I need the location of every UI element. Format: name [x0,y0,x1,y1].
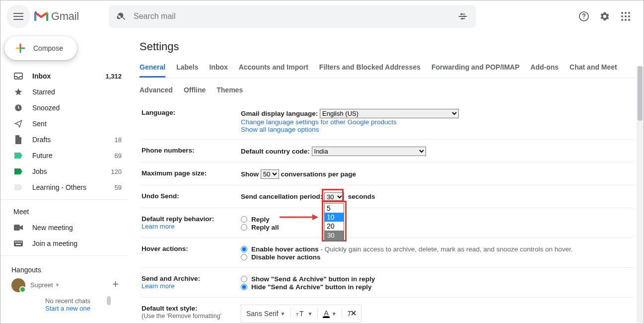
enable-hover-radio[interactable] [241,246,247,252]
svg-point-9 [625,15,627,17]
reply-learn-more-link[interactable]: Learn more [142,223,174,230]
file-icon [13,135,23,144]
hangouts-user-name[interactable]: Supreet [30,281,53,289]
sidebar-item-label: Inbox [32,72,105,80]
no-recent-chats-text: No recent chats [45,297,111,305]
tab-filters-and-blocked-addresses[interactable]: Filters and Blocked Addresses [319,58,421,78]
page-size-select[interactable]: 50 [261,169,279,179]
meet-item-join-a-meeting[interactable]: Join a meeting [0,236,128,251]
svg-point-12 [625,19,627,21]
change-language-link[interactable]: Change language settings for other Googl… [241,118,397,126]
tab-chat-and-meet[interactable]: Chat and Meet [570,58,617,78]
svg-rect-19 [16,242,17,243]
sidebar-item-count: 120 [111,168,122,175]
undo-option-5[interactable]: 5 [325,204,344,213]
sidebar-item-starred[interactable]: Starred [0,84,128,100]
display-language-select[interactable]: English (US) [320,109,459,118]
undo-option-20[interactable]: 20 [325,222,344,231]
reply-all-radio[interactable] [241,224,247,231]
tab-inbox[interactable]: Inbox [210,58,228,78]
svg-rect-14 [14,73,22,79]
show-send-archive-radio[interactable] [241,276,247,282]
sidebar-item-drafts[interactable]: Drafts18 [0,132,128,148]
tab-offline[interactable]: Offline [184,81,206,99]
sidebar-item-inbox[interactable]: Inbox1,312 [0,68,128,84]
tab-accounts-and-import[interactable]: Accounts and Import [239,58,308,78]
main-menu-button[interactable] [6,4,30,28]
svg-rect-16 [14,225,20,231]
gear-icon [599,11,610,22]
svg-text:T: T [299,310,304,318]
tab-themes[interactable]: Themes [216,81,243,99]
apps-button[interactable] [620,10,632,22]
content-scrollbar-track[interactable] [637,66,644,324]
help-button[interactable] [578,10,590,22]
svg-point-6 [625,12,627,14]
settings-button[interactable] [599,10,611,22]
hide-send-archive-radio[interactable] [241,284,247,290]
chevron-down-icon: ▼ [332,311,337,317]
search-options-icon[interactable] [457,11,468,22]
hangouts-scrollbar-thumb[interactable] [107,296,111,305]
hangouts-section-title: Hangouts [11,262,122,278]
inbox-icon [13,73,23,80]
page-size-suffix: conversations per page [281,170,357,178]
tab-labels[interactable]: Labels [176,58,198,78]
sidebar-item-snoozed[interactable]: Snoozed [0,100,128,116]
svg-point-0 [460,13,462,15]
font-size-button[interactable]: TT ▼ [296,310,313,318]
default-country-select[interactable]: India [312,147,426,156]
label-icon [13,168,23,175]
sidebar-item-learning-others[interactable]: Learning - Others59 [0,179,128,195]
chevron-down-icon: ▼ [308,311,313,317]
start-new-chat-link[interactable]: Start a new one [45,305,111,312]
disable-hover-radio[interactable] [241,254,247,260]
reply-all-radio-label: Reply all [251,224,279,231]
font-family-button[interactable]: Sans Serif▼ [246,310,286,318]
page-size-row-label: Maximum page size: [142,169,241,179]
text-style-note: (Use the 'Remove formatting' [142,313,221,320]
search-bar[interactable] [109,5,476,28]
meet-item-label: New meeting [32,224,122,232]
hangouts-avatar[interactable] [11,278,25,292]
annotation-arrow-icon [280,212,319,222]
page-title: Settings [140,40,644,53]
content-scrollbar-thumb[interactable] [638,66,643,121]
remove-formatting-button[interactable]: T [347,310,356,318]
tab-general[interactable]: General [140,58,165,78]
undo-send-dropdown-popup[interactable]: 5 10 20 30 [324,203,344,241]
reply-radio[interactable] [241,216,247,223]
svg-point-4 [583,18,584,19]
sidebar-item-sent[interactable]: Sent [0,116,128,132]
svg-rect-23 [16,244,21,245]
sidebar-item-label: Learning - Others [32,183,115,191]
svg-rect-21 [19,242,20,243]
gmail-logo[interactable]: Gmail [34,10,79,23]
meet-item-new-meeting[interactable]: New meeting [0,220,128,236]
sidebar-item-future[interactable]: Future69 [0,148,128,163]
undo-option-30[interactable]: 30 [325,231,344,241]
send-icon [13,119,23,128]
sidebar-item-label: Future [32,152,115,160]
hangouts-new-button[interactable]: + [109,278,122,292]
tab-add-ons[interactable]: Add-ons [530,58,559,78]
chevron-down-icon[interactable]: ▼ [55,282,60,288]
undo-send-select[interactable]: 30 [324,192,344,202]
tab-forwarding-and-pop-imap[interactable]: Forwarding and POP/IMAP [431,58,519,78]
sidebar-item-count: 59 [115,184,122,191]
text-color-button[interactable]: A ▼ [323,310,336,318]
svg-point-10 [628,15,630,17]
sidebar-item-count: 18 [115,136,122,144]
text-color-icon: A [323,310,329,318]
hover-row-label: Hover actions: [142,245,241,261]
send-archive-learn-more-link[interactable]: Learn more [142,282,174,290]
search-input[interactable] [133,11,457,21]
compose-button[interactable]: Compose [4,36,77,60]
star-icon [13,87,23,96]
tab-advanced[interactable]: Advanced [140,81,173,99]
text-style-row-label: Default text style: [142,305,198,312]
svg-marker-25 [312,214,318,220]
sidebar-item-jobs[interactable]: Jobs120 [0,163,128,179]
undo-option-10[interactable]: 10 [325,213,344,222]
show-all-language-link[interactable]: Show all language options [241,126,319,133]
